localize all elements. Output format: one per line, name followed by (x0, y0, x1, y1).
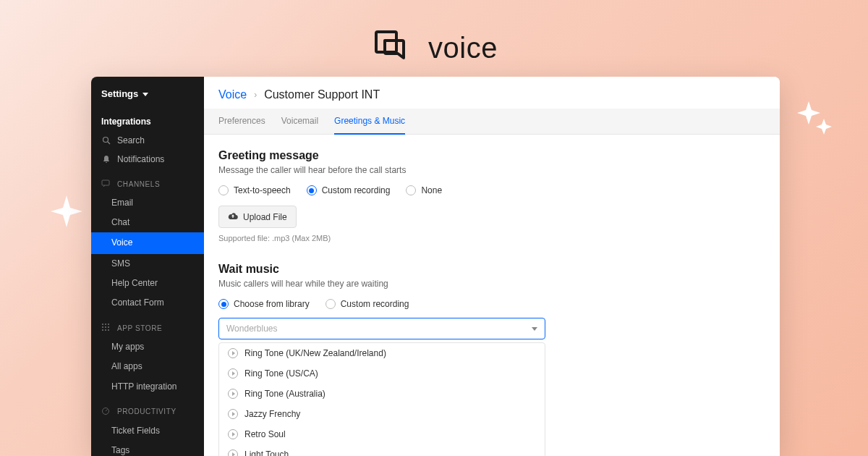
play-icon[interactable] (228, 409, 238, 419)
logo-text: voice (428, 32, 498, 64)
wait-subtitle: Music callers will hear while they are w… (218, 279, 765, 289)
greeting-radio-group: Text-to-speech Custom recording None (218, 185, 765, 195)
greeting-title: Greeting message (218, 149, 765, 162)
greeting-subtitle: Message the caller will hear before the … (218, 165, 765, 175)
svg-rect-11 (105, 329, 106, 331)
option-label: Retro Soul (244, 429, 286, 439)
sidebar-item-ticketfields[interactable]: Ticket Fields (91, 421, 204, 441)
sparkle-decor (49, 194, 84, 229)
select-placeholder: Wonderblues (226, 324, 278, 334)
library-select[interactable]: Wonderblues (218, 318, 545, 339)
radio-icon (218, 185, 229, 195)
option-light[interactable]: Light Touch (219, 444, 545, 456)
radio-icon (326, 299, 336, 309)
sidebar-group-channels: Channels (91, 169, 204, 193)
sidebar-group-label: App Store (117, 324, 162, 332)
breadcrumb-root[interactable]: Voice (218, 88, 247, 101)
main-pane: Voice › Customer Support INT Preferences… (204, 77, 780, 456)
svg-rect-8 (105, 326, 106, 328)
sidebar-item-search[interactable]: Search (91, 131, 204, 150)
radio-label: None (421, 185, 442, 195)
radio-label: Text-to-speech (234, 185, 291, 195)
option-ring-us[interactable]: Ring Tone (US/CA) (219, 363, 545, 384)
sparkle-decor (793, 93, 833, 145)
option-label: Light Touch (244, 449, 289, 456)
option-label: Ring Tone (Australia) (244, 389, 326, 399)
gauge-icon (101, 407, 111, 417)
sidebar-group-label: Channels (117, 180, 160, 188)
play-icon[interactable] (228, 429, 238, 439)
svg-rect-5 (105, 324, 106, 325)
tab-greetings-music[interactable]: Greetings & Music (334, 109, 405, 135)
settings-dropdown[interactable]: Settings (91, 77, 204, 112)
sidebar-group-appstore: App Store (91, 313, 204, 337)
play-icon[interactable] (228, 449, 238, 456)
svg-line-2 (108, 142, 110, 144)
caret-down-icon (532, 324, 537, 334)
sidebar-item-myapps[interactable]: My apps (91, 337, 204, 357)
sidebar-item-helpcenter[interactable]: Help Center (91, 274, 204, 293)
radio-icon (218, 299, 229, 309)
sidebar-item-contactform[interactable]: Contact Form (91, 293, 204, 313)
sidebar-item-label: Search (117, 135, 145, 145)
svg-rect-4 (102, 324, 103, 325)
radio-text-to-speech[interactable]: Text-to-speech (218, 185, 291, 195)
sidebar-item-notifications[interactable]: Notifications (91, 150, 204, 169)
radio-none[interactable]: None (406, 185, 442, 195)
option-label: Ring Tone (UK/New Zealand/Ireland) (244, 348, 386, 358)
caret-down-icon (142, 88, 148, 99)
option-jazzy[interactable]: Jazzy Frenchy (219, 404, 545, 424)
option-ring-uk[interactable]: Ring Tone (UK/New Zealand/Ireland) (219, 343, 545, 363)
wait-radio-group: Choose from library Custom recording (218, 299, 765, 309)
option-ring-au[interactable]: Ring Tone (Australia) (219, 384, 545, 404)
sidebar-item-sms[interactable]: SMS (91, 254, 204, 274)
sidebar-item-httpintegration[interactable]: HTTP integration (91, 377, 204, 397)
svg-line-14 (106, 409, 108, 411)
cloud-upload-icon (228, 211, 238, 222)
radio-icon (307, 185, 317, 195)
sidebar-section-integrations: Integrations (91, 112, 204, 131)
sidebar-item-email[interactable]: Email (91, 193, 204, 213)
play-icon[interactable] (228, 368, 238, 379)
option-label: Ring Tone (US/CA) (244, 368, 318, 379)
svg-rect-9 (108, 326, 109, 328)
upload-file-button[interactable]: Upload File (218, 206, 297, 228)
radio-wait-custom-recording[interactable]: Custom recording (326, 299, 409, 309)
radio-custom-recording[interactable]: Custom recording (307, 185, 391, 195)
tab-bar: Preferences Voicemail Greetings & Music (204, 109, 780, 135)
app-window: Settings Integrations Search Notificatio… (91, 77, 780, 456)
svg-rect-3 (102, 180, 109, 185)
play-icon[interactable] (228, 389, 238, 399)
sidebar-item-allapps[interactable]: All apps (91, 357, 204, 376)
radio-label: Choose from library (234, 299, 310, 309)
logo-icon (370, 26, 411, 69)
svg-point-1 (103, 138, 109, 143)
radio-choose-from-library[interactable]: Choose from library (218, 299, 310, 309)
breadcrumb: Voice › Customer Support INT (204, 77, 780, 109)
svg-rect-7 (102, 326, 103, 328)
chevron-right-icon: › (254, 90, 257, 100)
search-icon (101, 135, 111, 145)
grid-icon (101, 323, 111, 333)
sidebar-item-tags[interactable]: Tags (91, 441, 204, 456)
tab-voicemail[interactable]: Voicemail (281, 109, 318, 134)
tab-preferences[interactable]: Preferences (218, 109, 265, 134)
logo-row: voice (0, 26, 868, 69)
content-area: Greeting message Message the caller will… (204, 135, 780, 456)
file-hint: Supported file: .mp3 (Max 2MB) (218, 234, 765, 242)
option-retro[interactable]: Retro Soul (219, 424, 545, 444)
svg-rect-10 (102, 329, 103, 331)
sidebar-group-label: Productivity (117, 408, 176, 415)
radio-label: Custom recording (322, 185, 391, 195)
sidebar-item-voice[interactable]: Voice (91, 232, 204, 253)
sidebar: Settings Integrations Search Notificatio… (91, 77, 204, 456)
settings-label: Settings (101, 88, 138, 99)
sidebar-group-productivity: Productivity (91, 397, 204, 421)
play-icon[interactable] (228, 348, 238, 358)
radio-icon (406, 185, 416, 195)
svg-rect-12 (108, 329, 109, 331)
svg-rect-6 (108, 324, 109, 325)
sidebar-item-label: Notifications (117, 154, 164, 164)
bell-icon (101, 154, 111, 164)
sidebar-item-chat[interactable]: Chat (91, 213, 204, 232)
